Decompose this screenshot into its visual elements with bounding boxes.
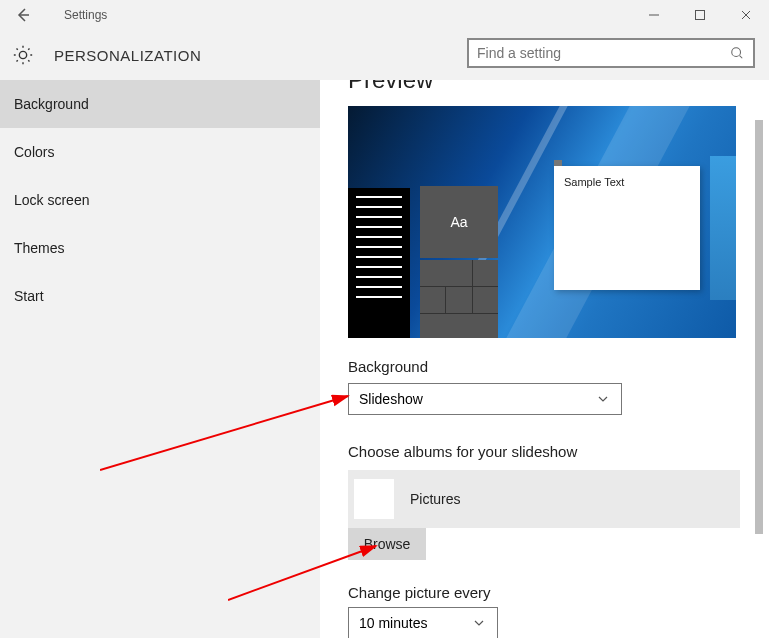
sidebar-item-label: Start bbox=[14, 288, 44, 304]
preview-image: Aa Sample Text bbox=[348, 106, 736, 338]
sidebar-item-label: Lock screen bbox=[14, 192, 89, 208]
svg-rect-0 bbox=[696, 11, 705, 20]
aa-tile: Aa bbox=[420, 186, 498, 258]
change-every-label: Change picture every bbox=[348, 584, 743, 601]
maximize-button[interactable] bbox=[677, 0, 723, 30]
background-dropdown-value: Slideshow bbox=[359, 391, 423, 407]
gear-icon bbox=[12, 44, 34, 66]
album-name: Pictures bbox=[410, 491, 461, 507]
header: PERSONALIZATION bbox=[0, 30, 769, 80]
search-box[interactable] bbox=[467, 38, 755, 68]
back-arrow-icon bbox=[15, 7, 31, 23]
body: Background Colors Lock screen Themes Sta… bbox=[0, 80, 769, 638]
sidebar-item-background[interactable]: Background bbox=[0, 80, 320, 128]
sidebar-item-themes[interactable]: Themes bbox=[0, 224, 320, 272]
chevron-down-icon bbox=[471, 615, 487, 631]
back-button[interactable] bbox=[0, 0, 46, 30]
sample-text: Sample Text bbox=[554, 166, 700, 198]
scrollbar-thumb[interactable] bbox=[755, 120, 763, 534]
album-thumb bbox=[354, 479, 394, 519]
sidebar: Background Colors Lock screen Themes Sta… bbox=[0, 80, 320, 638]
close-button[interactable] bbox=[723, 0, 769, 30]
sample-window: Sample Text bbox=[554, 166, 700, 290]
main-pane: Preview bbox=[320, 80, 769, 638]
sidebar-item-label: Themes bbox=[14, 240, 65, 256]
change-every-value: 10 minutes bbox=[359, 615, 427, 631]
maximize-icon bbox=[694, 9, 706, 21]
titlebar: Settings bbox=[0, 0, 769, 30]
sidebar-item-lockscreen[interactable]: Lock screen bbox=[0, 176, 320, 224]
minimize-icon bbox=[648, 9, 660, 21]
window-title: Settings bbox=[46, 8, 107, 22]
sidebar-item-label: Background bbox=[14, 96, 89, 112]
browse-button[interactable]: Browse bbox=[348, 528, 426, 560]
choose-albums-label: Choose albums for your slideshow bbox=[348, 443, 743, 460]
sidebar-item-colors[interactable]: Colors bbox=[0, 128, 320, 176]
background-dropdown[interactable]: Slideshow bbox=[348, 383, 622, 415]
svg-point-1 bbox=[732, 48, 741, 57]
settings-window: Settings PERSONALIZATION Background Colo… bbox=[0, 0, 769, 638]
search-input[interactable] bbox=[477, 45, 729, 61]
header-title: PERSONALIZATION bbox=[54, 47, 201, 64]
preview-heading: Preview bbox=[348, 80, 743, 94]
minimize-button[interactable] bbox=[631, 0, 677, 30]
sidebar-item-label: Colors bbox=[14, 144, 54, 160]
sidebar-item-start[interactable]: Start bbox=[0, 272, 320, 320]
change-every-dropdown[interactable]: 10 minutes bbox=[348, 607, 498, 638]
chevron-down-icon bbox=[595, 391, 611, 407]
album-row[interactable]: Pictures bbox=[348, 470, 740, 528]
close-icon bbox=[740, 9, 752, 21]
background-label: Background bbox=[348, 358, 743, 375]
search-icon bbox=[729, 45, 745, 61]
